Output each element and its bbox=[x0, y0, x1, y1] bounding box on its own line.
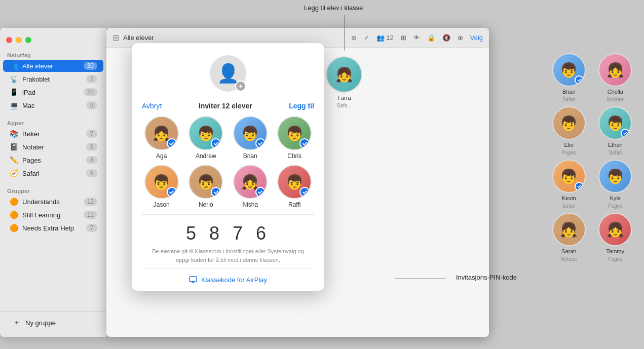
ipad-icon: 📱 bbox=[9, 88, 18, 96]
sidebar-still-learning-count: 11 bbox=[84, 211, 97, 219]
student-avatar-farra-bg: 👧 bbox=[326, 56, 362, 93]
minimize-button[interactable] bbox=[16, 37, 22, 43]
modal-avatar-jason: 👦 bbox=[144, 165, 179, 199]
modal-check-chris bbox=[299, 138, 310, 148]
right-student-tammy[interactable]: 👧 Tammy Pages bbox=[594, 213, 637, 262]
right-student-brian[interactable]: 👦 Brian Safari bbox=[548, 53, 590, 102]
modal-pin-section: 5 8 7 6 Be elevene gå til Klasserom i In… bbox=[142, 214, 314, 268]
right-student-chella[interactable]: 👧 Chella Notater bbox=[594, 53, 637, 102]
right-avatar-sarah: 👧 bbox=[552, 213, 586, 246]
sidebar-needs-extra-help-count: 7 bbox=[86, 224, 97, 232]
cancel-button[interactable]: Avbryt bbox=[142, 102, 162, 110]
alle-elever-icon: 👥 bbox=[9, 62, 18, 70]
right-app-tammy: Pages bbox=[608, 256, 622, 262]
right-student-sarah[interactable]: 👧 Sarah Notater bbox=[548, 213, 590, 262]
maximize-button[interactable] bbox=[25, 37, 31, 43]
right-app-kevin: Safari bbox=[562, 203, 576, 209]
callout-bottom-line bbox=[395, 279, 446, 279]
right-badge-brian bbox=[575, 75, 584, 85]
window-title: Alle elever bbox=[123, 34, 154, 42]
right-app-kyle: Pages bbox=[608, 203, 622, 209]
modal-check-nerio bbox=[211, 187, 221, 197]
right-student-ethan[interactable]: 👦 Ethan Safari bbox=[594, 106, 637, 156]
right-name-chella: Chella bbox=[608, 89, 623, 95]
sidebar-pages-count: 8 bbox=[86, 156, 97, 164]
modal-student-brian[interactable]: 👦 Brian bbox=[231, 116, 270, 160]
add-person-icon: 👤 + bbox=[210, 55, 246, 92]
sidebar-item-understands[interactable]: 🟠 Understands 12 bbox=[3, 196, 103, 208]
mac-icon: 💻 bbox=[9, 101, 18, 109]
airplay-button[interactable]: Klassekode for AirPlay bbox=[142, 268, 314, 291]
right-avatar-tammy: 👧 bbox=[598, 213, 632, 246]
sidebar-item-notater[interactable]: 📓 Notater 6 bbox=[3, 141, 103, 153]
sidebar-mac-count: 8 bbox=[86, 101, 97, 109]
sidebar-section-apper: Apper bbox=[0, 117, 106, 127]
modal-student-nisha[interactable]: 👧 Nisha bbox=[231, 165, 270, 208]
right-name-sarah: Sarah bbox=[561, 248, 576, 254]
sidebar-item-safari[interactable]: 🧭 Safari 6 bbox=[3, 167, 103, 179]
sidebar-item-pages[interactable]: ✏️ Pages 8 bbox=[3, 154, 103, 166]
airplay-icon bbox=[189, 276, 197, 284]
callout-bottom-label: Invitasjons-PIN-kode bbox=[456, 274, 517, 281]
add-plus-icon: + bbox=[235, 81, 246, 92]
sidebar-item-frakoblet[interactable]: 📡 Frakoblet 2 bbox=[3, 73, 103, 85]
modal-student-nerio[interactable]: 👦 Nerio bbox=[186, 165, 226, 208]
boker-icon: 📚 bbox=[9, 130, 18, 138]
student-card-empty bbox=[394, 56, 481, 189]
modal-actions: Avbryt Inviter 12 elever Legg til bbox=[142, 98, 314, 116]
modal-name-nisha: Nisha bbox=[242, 201, 258, 208]
right-avatar-brian: 👦 bbox=[552, 53, 586, 87]
callout-top-label: Legg til elev i klasse bbox=[304, 4, 363, 12]
sidebar-alle-elever-label: Alle elever bbox=[22, 62, 80, 70]
velg-button[interactable]: Velg bbox=[470, 34, 483, 42]
add-button[interactable]: Legg til bbox=[289, 102, 314, 110]
sidebar-item-boker[interactable]: 📚 Bøker 7 bbox=[3, 128, 103, 140]
still-learning-icon: 🟠 bbox=[9, 211, 18, 219]
sidebar-ipad-label: iPad bbox=[22, 89, 80, 96]
student-app-farra-bg: Safa... bbox=[337, 103, 352, 108]
modal-check-jason bbox=[167, 187, 177, 197]
sidebar-item-still-learning[interactable]: 🟠 Still Learning 11 bbox=[3, 209, 103, 221]
modal-student-andrew[interactable]: 👦 Andrew bbox=[186, 116, 226, 160]
lock-icon[interactable]: 🔒 bbox=[427, 34, 435, 42]
layers-icon[interactable]: ⊕ bbox=[351, 34, 357, 42]
close-button[interactable] bbox=[6, 37, 12, 43]
right-students-grid: 👦 Brian Safari 👧 Chella Notater 👦 Elie P… bbox=[543, 48, 641, 267]
student-count-icon: 👥 12 bbox=[376, 34, 394, 42]
right-avatar-elie: 👦 bbox=[552, 106, 586, 140]
modal-student-jason[interactable]: 👦 Jason bbox=[142, 165, 181, 208]
modal-check-brian bbox=[255, 138, 266, 148]
person-silhouette: 👤 bbox=[217, 63, 240, 84]
student-name-farra-bg: Farra bbox=[337, 95, 351, 101]
sidebar-item-alle-elever[interactable]: 👥 Alle elever 30 bbox=[3, 60, 103, 72]
modal-name-andrew: Andrew bbox=[196, 152, 216, 160]
right-badge-kevin bbox=[575, 182, 584, 191]
right-name-tammy: Tammy bbox=[607, 248, 624, 254]
mute-icon[interactable]: 🔇 bbox=[442, 34, 450, 42]
right-student-kyle[interactable]: 👦 Kyle Pages bbox=[594, 160, 637, 209]
sidebar-understands-label: Understands bbox=[22, 198, 80, 206]
sidebar-item-mac[interactable]: 💻 Mac 8 bbox=[3, 99, 103, 111]
right-student-kevin[interactable]: 👦 Kevin Safari bbox=[548, 160, 590, 209]
sidebar-bottom: ＋ Ny gruppe bbox=[0, 311, 106, 332]
modal-student-raffi[interactable]: 👦 Raffi bbox=[275, 165, 315, 208]
eye-icon[interactable]: 👁 bbox=[413, 34, 420, 42]
modal-avatar-raffi: 👦 bbox=[277, 165, 312, 199]
sidebar-toggle-icon[interactable]: ⊞ bbox=[112, 33, 119, 43]
more-icon[interactable]: ⊕ bbox=[458, 34, 463, 42]
sidebar-understands-count: 12 bbox=[84, 198, 97, 206]
sidebar-item-needs-extra-help[interactable]: 🟠 Needs Extra Help 7 bbox=[3, 222, 103, 234]
sidebar-item-ny-gruppe[interactable]: ＋ Ny gruppe bbox=[6, 316, 100, 329]
modal-avatar-chris: 👦 bbox=[277, 116, 312, 150]
check-icon[interactable]: ✓ bbox=[364, 34, 369, 42]
sidebar-mac-label: Mac bbox=[22, 102, 82, 109]
right-student-elie[interactable]: 👦 Elie Pages bbox=[548, 106, 590, 156]
grid-icon[interactable]: ⊞ bbox=[401, 34, 406, 42]
sidebar-item-ipad[interactable]: 📱 iPad 20 bbox=[3, 86, 103, 98]
callout-top-line bbox=[345, 15, 345, 51]
modal-student-chris[interactable]: 👦 Chris bbox=[275, 116, 315, 160]
modal-student-aga[interactable]: 👧 Aga bbox=[142, 116, 181, 160]
sidebar-safari-count: 6 bbox=[86, 169, 97, 177]
sidebar-boker-count: 7 bbox=[86, 130, 97, 138]
right-avatar-chella: 👧 bbox=[598, 53, 632, 87]
